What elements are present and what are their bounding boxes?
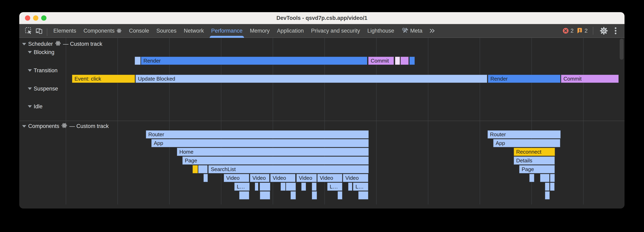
flame-bar-l[interactable]: L…: [353, 183, 368, 191]
tab-label: Network: [184, 28, 204, 34]
warning-count: 2: [584, 28, 588, 34]
flame-bar-scheduler[interactable]: [410, 57, 415, 65]
track-name: Scheduler: [28, 41, 53, 47]
flame-bar-components[interactable]: [255, 183, 258, 191]
tab-label: Memory: [250, 28, 270, 34]
flame-bar-render[interactable]: Render: [488, 75, 560, 83]
tab-elements[interactable]: Elements: [50, 24, 80, 37]
tab-lighthouse[interactable]: Lighthouse: [364, 24, 398, 37]
flame-bar-components[interactable]: [204, 174, 208, 182]
lane-suspense[interactable]: Suspense: [28, 85, 58, 92]
chevron-double-right-icon[interactable]: [426, 24, 438, 37]
flame-bar-video[interactable]: Video: [317, 174, 342, 182]
flame-bar-components[interactable]: [550, 183, 554, 191]
flame-bar-home[interactable]: Home: [177, 148, 369, 156]
flame-bar-page[interactable]: Page: [182, 156, 369, 165]
flame-bar-components[interactable]: [348, 183, 352, 191]
flame-bar-components[interactable]: [338, 191, 342, 199]
lane-label: Suspense: [34, 86, 58, 92]
tab-label: Application: [277, 28, 304, 34]
tab-privacy-and-security[interactable]: Privacy and security: [308, 24, 364, 37]
tab-label: Elements: [53, 28, 76, 34]
flame-bar-scheduler[interactable]: [135, 57, 140, 65]
window-title: DevTools - qsvd7p.csb.app/video/1: [19, 12, 624, 24]
gear-icon[interactable]: [598, 25, 609, 36]
flame-bar-l[interactable]: L…: [234, 183, 250, 191]
lane-idle[interactable]: Idle: [28, 103, 42, 110]
lane-blocking[interactable]: Blocking: [28, 49, 54, 56]
flame-bar-components[interactable]: [550, 174, 555, 182]
tab-application[interactable]: Application: [273, 24, 308, 37]
flame-bar-update-blocked[interactable]: Update Blocked: [136, 75, 487, 83]
tab-label: Console: [129, 28, 149, 34]
panel-tabs: ElementsComponents ConsoleSourcesNetwork…: [50, 24, 426, 37]
flame-bar-components[interactable]: [312, 183, 316, 191]
error-badge[interactable]: 2: [562, 27, 574, 34]
flame-bar-video[interactable]: Video: [296, 174, 317, 182]
collapse-triangle-icon: [28, 105, 32, 108]
lane-label: Blocking: [34, 49, 54, 55]
tab-components[interactable]: Components: [80, 24, 126, 37]
flame-bar-commit[interactable]: Commit: [561, 75, 619, 83]
flame-bar-l[interactable]: L…: [327, 183, 342, 191]
tab-sources[interactable]: Sources: [153, 24, 180, 37]
flame-bar-components[interactable]: [290, 191, 296, 199]
tab-label: Privacy and security: [311, 28, 360, 34]
time-gridline: [583, 38, 584, 205]
flame-bar-components[interactable]: [545, 183, 550, 191]
flame-bar-video[interactable]: Video: [343, 174, 368, 182]
flame-bar-components[interactable]: [529, 174, 534, 182]
flame-bar-scheduler[interactable]: [395, 57, 400, 65]
vertical-scrollbar-thumb[interactable]: [620, 39, 624, 60]
devtools-window: DevTools - qsvd7p.csb.app/video/1 Elemen…: [19, 12, 624, 209]
toolbar-right: 2 2: [562, 24, 624, 37]
flame-bar-reconnect[interactable]: Reconnect: [514, 148, 555, 156]
toolbar-divider: [47, 28, 47, 36]
flame-bar-components[interactable]: [198, 165, 208, 173]
flame-bar-render[interactable]: Render: [141, 57, 367, 65]
flame-bar-scheduler[interactable]: [400, 57, 409, 65]
flame-bar-video[interactable]: Video: [250, 174, 270, 182]
tab-console[interactable]: Console: [126, 24, 153, 37]
lane-transition[interactable]: Transition: [28, 67, 58, 74]
flame-bar-searchlist[interactable]: SearchList: [208, 165, 369, 173]
flame-bar-components[interactable]: [260, 191, 270, 199]
device-toolbar-icon[interactable]: [34, 25, 44, 36]
flame-bar-event-click[interactable]: Event: click: [72, 75, 135, 83]
collapse-triangle-icon: [22, 43, 26, 45]
flame-bar-components[interactable]: [545, 191, 550, 199]
performance-flame-chart[interactable]: Scheduler — Custom track Blocking Transi…: [19, 38, 624, 209]
tab-meta[interactable]: Meta: [398, 24, 426, 37]
kebab-menu-icon[interactable]: [612, 25, 619, 36]
flame-bar-components[interactable]: [239, 191, 249, 199]
flame-bar-router[interactable]: Router: [488, 130, 560, 138]
flame-bar-components[interactable]: [286, 183, 296, 191]
track-name: Components: [28, 123, 59, 129]
tab-label: Lighthouse: [368, 28, 394, 34]
flame-bar-components[interactable]: [280, 183, 286, 191]
flame-bar-video[interactable]: Video: [224, 174, 249, 182]
flame-bar-video[interactable]: Video: [270, 174, 296, 182]
tab-label: Performance: [211, 28, 243, 34]
flame-bar-components[interactable]: [358, 191, 368, 199]
scheduler-track-header[interactable]: Scheduler — Custom track: [22, 40, 102, 48]
warning-badge[interactable]: 2: [576, 27, 588, 34]
flame-bar-details[interactable]: Details: [514, 156, 555, 165]
inspect-icon[interactable]: [23, 25, 34, 36]
flame-bar-components[interactable]: [301, 183, 306, 191]
flame-bar-components[interactable]: [540, 174, 550, 182]
flame-bar-components[interactable]: [260, 183, 270, 191]
flame-bar-router[interactable]: Router: [146, 130, 369, 138]
tab-memory[interactable]: Memory: [246, 24, 273, 37]
flame-bar-commit[interactable]: Commit: [368, 57, 394, 65]
flame-bar-components[interactable]: [192, 165, 198, 173]
flame-bar-page[interactable]: Page: [519, 165, 555, 173]
flame-bar-components[interactable]: [312, 191, 317, 199]
tab-performance[interactable]: Performance: [208, 24, 246, 37]
tab-network[interactable]: Network: [180, 24, 208, 37]
flame-bar-app[interactable]: App: [493, 139, 560, 147]
flame-bar-app[interactable]: App: [151, 139, 369, 147]
components-track-header[interactable]: Components — Custom track: [22, 122, 109, 130]
time-gridline: [480, 38, 480, 205]
react-atom-icon: [55, 40, 61, 48]
